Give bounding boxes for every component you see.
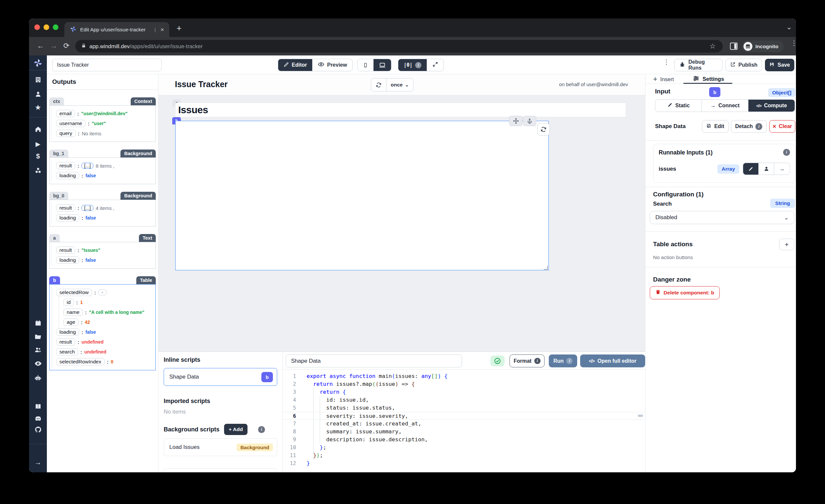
rail-building-icon[interactable] (29, 75, 47, 84)
code-line-5[interactable]: 5 status: issue.status, (283, 404, 645, 412)
static-edit-icon[interactable] (743, 163, 759, 174)
background-script-item[interactable]: Load Issues Background (164, 438, 277, 456)
tab-settings[interactable]: Settings (693, 75, 724, 83)
output-key-pill[interactable]: result (56, 246, 75, 254)
component-refresh-icon[interactable] (537, 123, 550, 136)
output-section-id[interactable]: bg_0 (49, 192, 68, 200)
code-line-11[interactable]: 11 }); (283, 451, 645, 459)
code-line-3[interactable]: 3 return { (283, 388, 645, 396)
clear-button[interactable]: ×Clear (769, 120, 795, 133)
rail-user-group-icon[interactable] (29, 345, 47, 355)
background-script-item-partial[interactable] (164, 469, 277, 472)
output-key-pill[interactable]: selectedRow (56, 289, 92, 296)
output-key-pill[interactable]: selectedRowIndex (56, 358, 104, 365)
edit-button[interactable]: Edit (702, 120, 729, 133)
debug-runs-button[interactable]: Debug Runs (674, 59, 722, 71)
browser-tab[interactable]: Edit App u/user/issue-tracker | × (64, 22, 169, 37)
output-key-pill[interactable]: loading (56, 172, 79, 179)
inline-script-item[interactable]: Shape Data b (164, 368, 277, 386)
add-action-button[interactable]: + (779, 239, 794, 250)
compute-mode-button[interactable]: </>Compute (748, 100, 795, 112)
app-canvas[interactable]: a Issues b (158, 95, 645, 352)
rail-folder-icon[interactable] (29, 332, 47, 342)
fullscreen-button[interactable] (427, 59, 444, 71)
code-line-7[interactable]: 7 created_at: issue.created_at, (283, 420, 645, 428)
output-key-pill[interactable]: search (56, 348, 78, 355)
delete-component-button[interactable]: Delete component: b (650, 286, 720, 299)
code-line-6[interactable]: 6 severity: issue.severity, (283, 412, 645, 420)
bookmark-star-icon[interactable]: ☆ (709, 42, 716, 50)
code-line-1[interactable]: 1export async function main(issues: any[… (283, 372, 645, 380)
refresh-icon[interactable] (371, 79, 386, 91)
output-key-pill[interactable]: result (56, 162, 75, 169)
output-key-pill[interactable]: result (56, 204, 75, 212)
rail-star-icon[interactable]: ★ (29, 103, 47, 113)
output-array-pill[interactable]: [...] (81, 163, 93, 169)
reload-icon[interactable]: ⟳ (63, 42, 69, 50)
output-key-pill[interactable]: email (56, 110, 75, 117)
output-key-pill[interactable]: loading (56, 214, 79, 221)
rail-robot-icon[interactable] (29, 373, 47, 383)
format-button[interactable]: Formati (510, 355, 544, 367)
anchor-icon[interactable] (523, 116, 536, 126)
back-icon[interactable]: ← (37, 42, 44, 50)
output-key-pill[interactable]: name (63, 309, 83, 316)
output-section-id[interactable]: a (49, 234, 60, 242)
output-key-pill[interactable]: username (56, 120, 85, 127)
side-panel-icon[interactable] (730, 43, 738, 50)
code-line-4[interactable]: 4 id: issue.id, (283, 396, 645, 404)
refresh-mode-dropdown[interactable]: once⌄ (386, 79, 413, 91)
move-icon[interactable] (509, 116, 522, 126)
output-section-id[interactable]: bg_1 (49, 149, 68, 157)
connect-arrow-icon[interactable]: → (774, 163, 790, 174)
rail-play-icon[interactable]: ▶ (29, 139, 47, 149)
resize-handle[interactable] (544, 266, 548, 270)
hide-panels-button[interactable]: |0|i (398, 59, 427, 71)
address-input[interactable]: app.windmill.dev/apps/edit/u/user/issue-… (75, 40, 723, 53)
output-key-pill[interactable]: loading (56, 257, 79, 264)
connect-mode-button[interactable]: →Connect (702, 100, 748, 112)
close-window-button[interactable] (34, 24, 40, 30)
code-editor[interactable]: 1export async function main(issues: any[… (283, 370, 645, 472)
more-options-icon[interactable]: ⋮ (663, 61, 667, 63)
output-section-id[interactable]: b (49, 276, 60, 284)
output-key-pill[interactable]: age (63, 318, 79, 326)
forward-icon[interactable]: → (50, 42, 57, 50)
add-background-script-button[interactable]: + Add (224, 424, 247, 435)
minimize-window-button[interactable] (44, 24, 49, 30)
search-select[interactable]: Disabled ⌄ (650, 211, 794, 224)
new-tab-button[interactable]: + (176, 23, 181, 33)
editor-tab[interactable]: Editor (278, 59, 312, 71)
rail-discord-icon[interactable] (29, 414, 47, 424)
run-button[interactable]: Runi (549, 355, 577, 367)
code-line-12[interactable]: 12} (283, 459, 645, 467)
app-name-input[interactable] (52, 59, 162, 71)
rail-person-icon[interactable] (29, 89, 47, 99)
rail-calendar-icon[interactable] (29, 318, 47, 328)
tab-insert[interactable]: +Insert (653, 75, 674, 83)
rail-dollar-icon[interactable]: $ (29, 151, 47, 161)
publish-button[interactable]: Publish (725, 59, 762, 71)
output-key-pill[interactable]: result (56, 338, 75, 346)
rail-book-icon[interactable] (29, 401, 47, 411)
output-key-pill[interactable]: query (56, 130, 76, 137)
open-full-editor-button[interactable]: </>Open full editor (580, 355, 645, 367)
preview-tab[interactable]: Preview (312, 59, 352, 71)
code-line-2[interactable]: 2 return issues?.map((issue) => { (283, 380, 645, 388)
rail-arrow-right-icon[interactable]: → (29, 457, 47, 467)
maximize-window-button[interactable] (53, 24, 58, 30)
output-array-pill[interactable]: [...] (81, 205, 93, 211)
script-name-input[interactable] (286, 355, 462, 367)
rail-github-icon[interactable] (29, 424, 47, 434)
component-b-table[interactable] (175, 121, 549, 270)
rail-cubes-icon[interactable] (29, 165, 47, 175)
browser-menu-icon[interactable]: ⋮ (791, 42, 795, 45)
output-key-pill[interactable]: id (63, 299, 74, 306)
component-a-text[interactable]: Issues (175, 103, 626, 117)
tab-close-icon[interactable]: × (159, 26, 165, 33)
code-line-8[interactable]: 8 summary: issue.summary, (283, 428, 645, 436)
static-mode-button[interactable]: Static (655, 100, 702, 112)
code-line-10[interactable]: 10 }; (283, 444, 645, 451)
save-button[interactable]: Save (765, 59, 794, 71)
rail-home-icon[interactable] (29, 124, 47, 134)
